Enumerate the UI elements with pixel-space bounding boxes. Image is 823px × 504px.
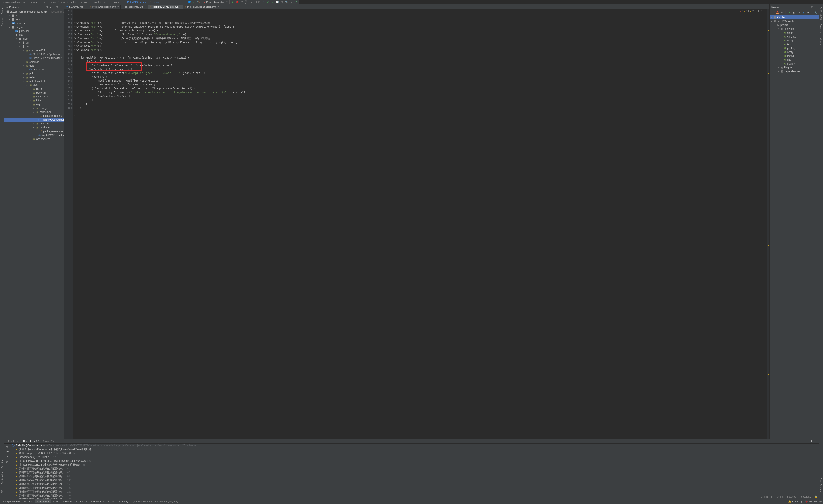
- debug-button[interactable]: 🐞: [235, 0, 239, 4]
- collapse-all-icon[interactable]: ÷: [52, 5, 55, 9]
- navigation-bar: castor-mom-foundation〉project〉src〉main〉j…: [0, 0, 299, 4]
- tree-item[interactable]: ▸▣client.wms: [4, 95, 64, 99]
- tree-item[interactable]: ▾▣utils: [4, 64, 64, 68]
- close-tab-icon[interactable]: ×: [118, 6, 119, 8]
- tree-item[interactable]: ⓙpackage-info.java: [4, 130, 64, 133]
- tree-item[interactable]: ▸▣message: [4, 122, 64, 126]
- tree-item[interactable]: ▸▣base: [4, 87, 64, 91]
- project-panel-title: Project: [9, 6, 17, 8]
- git-label: Git:: [256, 1, 260, 4]
- code-with-me-icon[interactable]: ▴: [192, 0, 196, 4]
- tree-item[interactable]: ▸▣common: [4, 60, 64, 64]
- tree-item[interactable]: ⓙpackage-info.java: [4, 114, 64, 118]
- rollback-icon[interactable]: ↺: [280, 0, 284, 4]
- project-tool-window: ▣ Project ▾ ⊙ ≡ ÷ ⚙ − ▾▉castor-mom-found…: [4, 4, 64, 183]
- close-tab-icon[interactable]: ×: [85, 6, 86, 8]
- close-tab-icon[interactable]: ×: [180, 6, 181, 8]
- hide-panel-icon[interactable]: −: [59, 5, 62, 9]
- editor-tabs: ▼README.md×●ProjectApplication.java×●pac…: [64, 4, 299, 9]
- breadcrumb-segment[interactable]: alpcontrol: [78, 1, 89, 3]
- breadcrumb-segment[interactable]: java: [61, 1, 65, 3]
- tree-item[interactable]: ▾▉main: [4, 37, 64, 41]
- tree-item[interactable]: ▸▣reflect: [4, 75, 64, 79]
- search-everywhere-icon[interactable]: 🔍: [285, 0, 289, 4]
- editor-tab[interactable]: ▼README.md×: [64, 5, 88, 9]
- tree-item[interactable]: ▾▣net.alpcontrol: [4, 79, 64, 83]
- tree-item[interactable]: ▸▣poi: [4, 71, 64, 75]
- tree-item[interactable]: ▾▣com.code365: [4, 48, 64, 52]
- run-button[interactable]: ▶: [231, 0, 234, 4]
- close-tab-icon[interactable]: ×: [145, 6, 146, 8]
- tree-item[interactable]: ⒸDateTools: [4, 68, 64, 71]
- vcs-update-icon[interactable]: ↙: [262, 0, 265, 4]
- tree-item[interactable]: ▾▉castor-mom-foundation [code365] ~/Docu…: [4, 10, 64, 14]
- tree-item[interactable]: ▾▣consumer: [4, 110, 64, 114]
- vcs-history-icon[interactable]: 🕘: [276, 0, 279, 4]
- code-area[interactable]: ▲3 ▲11 ▲2 ⓘ1 ˄ ˅ "kw">class="com">// 由于之…: [73, 9, 299, 183]
- stop-button[interactable]: ■: [250, 0, 253, 4]
- run-configuration-selector[interactable]: ■ProjectApplication▾: [202, 0, 230, 4]
- breadcrumb[interactable]: castor-mom-foundation〉project〉src〉main〉j…: [1, 0, 160, 4]
- tree-item[interactable]: ▸▉logs: [4, 18, 64, 21]
- breadcrumb-segment[interactable]: net: [70, 1, 74, 3]
- tree-item[interactable]: ▾▉java: [4, 44, 64, 48]
- tree-item[interactable]: ⒸRabbitMQConsumer: [4, 118, 64, 122]
- tree-item[interactable]: mpom.xml: [4, 29, 64, 33]
- editor-tab[interactable]: ●ProjectServletInitializer.java×: [183, 5, 221, 9]
- profile-button[interactable]: ⏱▾: [245, 0, 249, 4]
- tree-item[interactable]: ▸▣config: [4, 106, 64, 110]
- select-opened-file-icon[interactable]: ⊙: [45, 5, 49, 9]
- tree-item[interactable]: ▾▣mq: [4, 103, 64, 106]
- breadcrumb-segment[interactable]: consumer: [112, 1, 122, 3]
- tree-item[interactable]: ▾▉src: [4, 33, 64, 37]
- tree-item[interactable]: ▾▣lovol: [4, 83, 64, 87]
- tree-item[interactable]: ⒸCode365ServletInitializer: [4, 56, 64, 60]
- project-panel-header: ▣ Project ▾ ⊙ ≡ ÷ ⚙ −: [4, 4, 64, 10]
- vcs-commit-icon[interactable]: ✓: [266, 0, 270, 4]
- tree-item[interactable]: ⒸCode365BootApplication: [4, 52, 64, 56]
- tree-item[interactable]: ▸▣bometail: [4, 91, 64, 95]
- ide-plugin-icon[interactable]: ⚑: [295, 0, 298, 4]
- coverage-button[interactable]: ◔: [240, 0, 244, 4]
- panel-settings-icon[interactable]: ⚙: [55, 5, 59, 9]
- line-number-gutter[interactable]: 2312322332342352362372382392402412422432…: [64, 9, 73, 183]
- editor-area: ▼README.md×●ProjectApplication.java×●pac…: [64, 4, 299, 183]
- breadcrumb-segment[interactable]: mq: [104, 1, 107, 3]
- tree-item[interactable]: ⒸRabbitMQProducter: [4, 133, 64, 137]
- close-tab-icon[interactable]: ×: [217, 6, 219, 8]
- breadcrumb-segment[interactable]: project: [31, 1, 38, 3]
- tool-stripe-commit[interactable]: Commit: [1, 18, 3, 26]
- editor-tab[interactable]: ●ProjectApplication.java×: [88, 5, 121, 9]
- tree-item[interactable]: ▸▣openApi.erp: [4, 137, 64, 141]
- breadcrumb-segment[interactable]: castor-mom-foundation: [2, 1, 26, 3]
- top-toolbar: 👥 ▴ 🔨 ■ProjectApplication▾ ▶ 🐞 ◔ ⏱▾ ■ Gi…: [187, 0, 298, 4]
- user-avatars-icon[interactable]: 👥: [187, 0, 191, 4]
- editor-tab[interactable]: ●RabbitMQConsumer.java×: [148, 5, 183, 9]
- project-tree[interactable]: ▾▉castor-mom-foundation [code365] ~/Docu…: [4, 10, 64, 183]
- expand-all-icon[interactable]: ≡: [49, 5, 52, 9]
- editor-tab[interactable]: ●package-info.java×: [121, 5, 148, 9]
- tree-item[interactable]: ▸▉lib: [4, 14, 64, 18]
- breadcrumb-segment[interactable]: parse: [153, 1, 159, 3]
- tree-item[interactable]: ▸▉bin: [4, 41, 64, 44]
- breadcrumb-segment[interactable]: RabbitMQConsumer: [127, 1, 149, 3]
- vcs-push-icon[interactable]: ↗: [271, 0, 274, 4]
- tree-item[interactable]: ▸▣infra: [4, 99, 64, 103]
- breadcrumb-segment[interactable]: lovol: [94, 1, 99, 3]
- tree-item[interactable]: mpom.xml: [4, 21, 64, 25]
- tool-stripe-project[interactable]: Project: [1, 7, 3, 14]
- tree-item[interactable]: ▾▉project: [4, 25, 64, 29]
- left-tool-stripe: Project Commit Structure Bookmarks Web: [0, 4, 4, 183]
- build-icon[interactable]: 🔨: [197, 0, 200, 4]
- tree-item[interactable]: ▾▣producer: [4, 126, 64, 130]
- settings-icon[interactable]: ⚙: [290, 0, 293, 4]
- editor[interactable]: 2312322332342352362372382392402412422432…: [64, 9, 299, 183]
- breadcrumb-segment[interactable]: main: [51, 1, 56, 3]
- breadcrumb-segment[interactable]: src: [43, 1, 46, 3]
